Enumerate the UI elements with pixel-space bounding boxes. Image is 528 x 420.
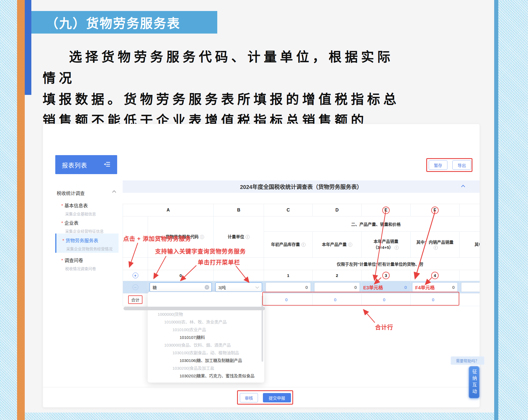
chevron-down-icon: [255, 285, 259, 289]
horizontal-scrollbar[interactable]: [123, 307, 265, 310]
g-input[interactable]: [461, 282, 480, 292]
clear-icon[interactable]: ×: [205, 285, 209, 290]
output-input[interactable]: 0: [314, 282, 360, 292]
blue-accent-bar-right: [494, 0, 498, 420]
intro-line-1: 选择货物劳务服务代码、计量单位，根据实际情况: [43, 46, 400, 89]
col-letter-a: A: [123, 204, 214, 216]
info-icon[interactable]: i: [434, 246, 438, 250]
code-dropdown-menu: 1000000|货物 1010000|农、林、牧、渔业类产品 1010100|农…: [148, 292, 264, 383]
review-button[interactable]: 审核: [240, 393, 258, 402]
sidebar-item-basic-info[interactable]: *基本信息表 采集企业基础信息: [55, 202, 119, 216]
sidebar-item-desc: 税收情况调查问卷: [61, 266, 119, 271]
form-title: 2024年度全国税收统计调查表（货物劳务服务表）: [240, 183, 362, 191]
dropdown-item[interactable]: 1000000|货物: [158, 311, 183, 318]
blue-accent-bar-left: [25, 0, 31, 95]
dropdown-item[interactable]: 1010100|农业产品: [172, 326, 206, 334]
g-cell: [460, 281, 480, 293]
info-icon[interactable]: i: [246, 235, 250, 239]
right-texture-border: [498, 0, 528, 420]
submit-button[interactable]: 提交申报: [263, 393, 291, 402]
stock-input[interactable]: 0: [266, 282, 311, 292]
col-letter-d: D: [313, 204, 362, 216]
col-number-a: 0: [148, 270, 214, 281]
totals-row-annotation: 合计行: [375, 323, 393, 331]
totals-label: 合计: [128, 295, 142, 304]
dropdown-item[interactable]: 1030200|食品及加工盐: [172, 364, 214, 372]
col-number-b: [214, 270, 264, 281]
e3-value: 0: [405, 285, 407, 290]
interaction-float-button[interactable]: 征纳互动: [469, 366, 480, 399]
col-number-g: [460, 270, 480, 281]
chevron-up-icon: [112, 190, 116, 194]
sidebar-item-desc: 采集企业货物劳务经营情况: [62, 246, 119, 251]
col-letter-b: B: [214, 204, 264, 216]
left-texture-border: [0, 0, 17, 420]
sidebar-item-label: 企业表: [64, 221, 78, 226]
dropdown-item[interactable]: 1030202|糖果、巧克力、蜜饯及类似食品: [180, 372, 254, 380]
unit-select[interactable]: 3|吨: [215, 282, 262, 292]
red-circle-4: 4: [431, 272, 439, 279]
form-title-bar: 2024年度全国税收统计调查表（货物劳务服务表）: [123, 180, 480, 193]
f4-input[interactable]: F4单元格 0: [412, 282, 458, 292]
sidebar-item-desc: 采集企业基础信息: [61, 211, 119, 216]
sidebar-item-label: 货物劳务服务表: [65, 238, 98, 243]
f4-value: 0: [452, 285, 457, 290]
code-input[interactable]: 糖 ×: [150, 282, 212, 292]
red-circle-f: F: [431, 207, 439, 214]
app-screenshot-card: 报表列表 税收统计调查 *基本信息表 采集企业基础信息 *企业表 采集企业经营特…: [43, 124, 480, 408]
col-letter-e: E: [362, 204, 411, 216]
dropdown-item[interactable]: 1030100|农副食品，动、植物油制品: [172, 349, 239, 357]
info-icon[interactable]: i: [200, 235, 204, 239]
unit-restriction-note: 仅限于左列“计量单位”栏有计量单位的货物、劳: [264, 258, 480, 270]
col-number-f: 4: [411, 270, 460, 281]
sidebar-header: 报表列表: [55, 155, 117, 174]
col-letter-c: C: [264, 204, 313, 216]
sidebar-group-survey[interactable]: 税收统计调查: [57, 190, 117, 196]
col-number-d: 2: [313, 270, 362, 281]
search-hint-annotation: 支持输入关键字查询货物劳务服务: [155, 247, 246, 255]
sidebar-collapse-icon[interactable]: [104, 161, 111, 168]
section-banner: （九）货物劳务服务表: [31, 11, 217, 34]
intro-line-2: 填报数据。货物劳务服务表所填报的增值税指标总: [43, 89, 400, 110]
add-row-cell: +: [123, 270, 148, 281]
help-bubble[interactable]: 需要帮助吗？: [451, 356, 484, 365]
info-icon[interactable]: i: [348, 243, 352, 247]
sidebar-item-goods-services[interactable]: *货物劳务服务表 采集企业货物劳务经营情况: [55, 234, 119, 253]
f4-annotation-label: F4单元格: [413, 284, 435, 291]
collapse-section-icon[interactable]: [461, 185, 465, 188]
bottom-texture-border: [17, 413, 498, 420]
sidebar-group-label: 税收统计调查: [57, 191, 85, 196]
col-letter-f: F: [411, 204, 460, 216]
sidebar-item-desc: 采集企业经营特征信息: [61, 228, 119, 234]
info-icon[interactable]: i: [395, 246, 399, 250]
required-icon: *: [61, 221, 63, 226]
toolbar-highlight-rect: [426, 158, 472, 172]
dropdown-item[interactable]: 1010107|糖料: [180, 334, 205, 341]
required-icon: *: [61, 204, 63, 208]
note-empty-cell: [123, 258, 148, 270]
sidebar-item-label: 基本信息表: [64, 203, 88, 208]
dropdown-item[interactable]: 1030000|食品、饮料、烟、酒类产品: [164, 341, 231, 349]
dropdown-item[interactable]: 1030106|糖、加工糖及制糖副产品: [180, 357, 242, 364]
add-hint-annotation: 点击 + 添加货物劳务服务: [123, 234, 191, 242]
required-icon: *: [61, 258, 63, 263]
sidebar-item-questionnaire[interactable]: *调查问卷 税收情况调查问卷: [55, 257, 119, 271]
totals-highlight-rect: [262, 292, 459, 306]
remove-row-icon[interactable]: −: [133, 284, 138, 290]
sidebar-item-label: 调查问卷: [64, 258, 83, 263]
col-letter-g: [460, 204, 480, 216]
sidebar-item-enterprise[interactable]: *企业表 采集企业经营特征信息: [55, 219, 119, 234]
add-row-icon[interactable]: +: [133, 273, 138, 278]
dropdown-scrollbar[interactable]: [262, 296, 263, 362]
page: （九）货物劳务服务表 选择货物劳务服务代码、计量单位，根据实际情况 填报数据。货…: [0, 0, 528, 420]
footer-divider: [43, 387, 480, 387]
totals-empty-g: [460, 293, 480, 306]
red-circle-e: E: [382, 207, 390, 214]
menu-hint-annotation: 单击打开菜单栏: [198, 258, 240, 266]
goods-services-table: A B C D E F 一、货物劳务服务代码i 计量单位i 二、产品产量、销量和…: [123, 204, 480, 306]
required-icon: *: [62, 238, 64, 243]
col-number-e: 3: [362, 270, 411, 281]
info-icon[interactable]: i: [301, 243, 306, 247]
totals-label-cell: 合计: [123, 293, 148, 306]
dropdown-item[interactable]: 1010000|农、林、牧、渔业类产品: [164, 318, 227, 326]
